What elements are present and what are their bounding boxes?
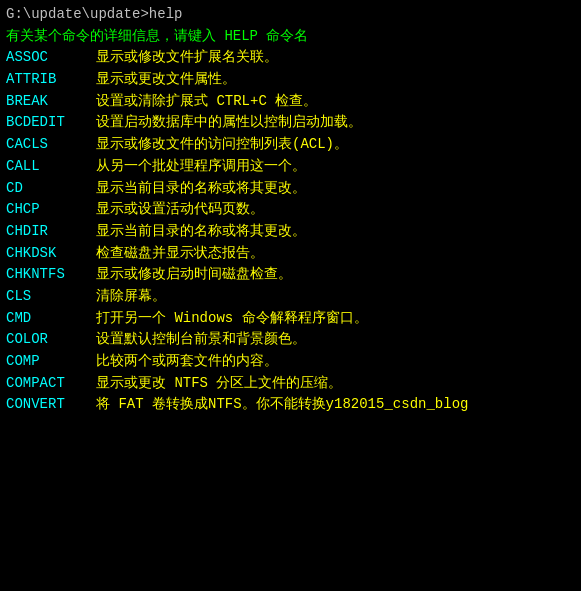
command-row: CD显示当前目录的名称或将其更改。	[6, 178, 575, 200]
terminal-window: G:\update\update>help 有关某个命令的详细信息，请键入 HE…	[0, 0, 581, 591]
command-name: CHKDSK	[6, 243, 96, 265]
command-desc: 显示或设置活动代码页数。	[96, 199, 264, 221]
command-name: CACLS	[6, 134, 96, 156]
info-line: 有关某个命令的详细信息，请键入 HELP 命令名	[6, 26, 575, 48]
command-desc: 显示或修改文件的访问控制列表(ACL)。	[96, 134, 348, 156]
command-name: CMD	[6, 308, 96, 330]
command-row: CALL从另一个批处理程序调用这一个。	[6, 156, 575, 178]
command-desc: 显示或修改文件扩展名关联。	[96, 47, 278, 69]
command-row: CACLS显示或修改文件的访问控制列表(ACL)。	[6, 134, 575, 156]
command-row: CHKNTFS显示或修改启动时间磁盘检查。	[6, 264, 575, 286]
command-row: CHDIR显示当前目录的名称或将其更改。	[6, 221, 575, 243]
command-name: COMPACT	[6, 373, 96, 395]
command-row: ATTRIB显示或更改文件属性。	[6, 69, 575, 91]
command-name: COLOR	[6, 329, 96, 351]
prompt-text: G:\update\update>help	[6, 4, 182, 26]
command-name: BREAK	[6, 91, 96, 113]
prompt-line: G:\update\update>help	[6, 4, 575, 26]
command-name: CD	[6, 178, 96, 200]
command-name: BCDEDIT	[6, 112, 96, 134]
command-desc: 显示当前目录的名称或将其更改。	[96, 221, 306, 243]
command-desc: 打开另一个 Windows 命令解释程序窗口。	[96, 308, 368, 330]
command-desc: 显示或修改启动时间磁盘检查。	[96, 264, 292, 286]
command-row: BREAK设置或清除扩展式 CTRL+C 检查。	[6, 91, 575, 113]
command-name: CALL	[6, 156, 96, 178]
command-desc: 设置默认控制台前景和背景颜色。	[96, 329, 306, 351]
command-desc: 设置启动数据库中的属性以控制启动加载。	[96, 112, 362, 134]
command-desc: 比较两个或两套文件的内容。	[96, 351, 278, 373]
command-desc: 清除屏幕。	[96, 286, 166, 308]
command-row: CONVERT将 FAT 卷转换成NTFS。你不能转换y182015_csdn_…	[6, 394, 575, 416]
command-desc: 检查磁盘并显示状态报告。	[96, 243, 264, 265]
command-desc: 显示或更改 NTFS 分区上文件的压缩。	[96, 373, 342, 395]
command-row: COMPACT显示或更改 NTFS 分区上文件的压缩。	[6, 373, 575, 395]
command-name: CHDIR	[6, 221, 96, 243]
command-row: COMP比较两个或两套文件的内容。	[6, 351, 575, 373]
command-desc: 显示当前目录的名称或将其更改。	[96, 178, 306, 200]
command-desc: 设置或清除扩展式 CTRL+C 检查。	[96, 91, 317, 113]
command-row: COLOR设置默认控制台前景和背景颜色。	[6, 329, 575, 351]
command-row: CLS清除屏幕。	[6, 286, 575, 308]
command-row: BCDEDIT设置启动数据库中的属性以控制启动加载。	[6, 112, 575, 134]
command-row: ASSOC显示或修改文件扩展名关联。	[6, 47, 575, 69]
commands-list: ASSOC显示或修改文件扩展名关联。ATTRIB显示或更改文件属性。BREAK设…	[6, 47, 575, 416]
command-row: CHCP显示或设置活动代码页数。	[6, 199, 575, 221]
command-row: CHKDSK检查磁盘并显示状态报告。	[6, 243, 575, 265]
command-name: ASSOC	[6, 47, 96, 69]
command-name: CHCP	[6, 199, 96, 221]
command-name: CLS	[6, 286, 96, 308]
info-text: 有关某个命令的详细信息，请键入 HELP 命令名	[6, 26, 308, 48]
command-desc: 将 FAT 卷转换成NTFS。你不能转换y182015_csdn_blog	[96, 394, 468, 416]
command-name: ATTRIB	[6, 69, 96, 91]
command-row: CMD打开另一个 Windows 命令解释程序窗口。	[6, 308, 575, 330]
command-name: COMP	[6, 351, 96, 373]
command-name: CHKNTFS	[6, 264, 96, 286]
command-name: CONVERT	[6, 394, 96, 416]
command-desc: 显示或更改文件属性。	[96, 69, 236, 91]
command-desc: 从另一个批处理程序调用这一个。	[96, 156, 306, 178]
